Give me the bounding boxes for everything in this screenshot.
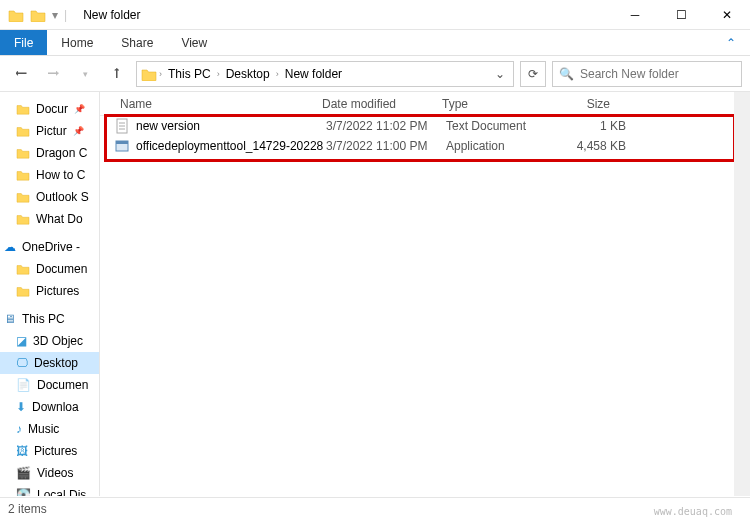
tab-home[interactable]: Home [47,30,107,55]
file-row[interactable]: officedeploymenttool_14729-20228 3/7/202… [100,136,750,156]
folder-icon [16,147,30,159]
file-grid[interactable]: new version 3/7/2022 11:02 PM Text Docum… [100,116,750,156]
file-date: 3/7/2022 11:02 PM [326,119,446,133]
folder-icon [30,8,46,22]
search-input[interactable]: 🔍 [552,61,742,87]
chevron-right-icon[interactable]: › [217,69,220,79]
nav-item[interactable]: What Do [0,208,99,230]
tab-share[interactable]: Share [107,30,167,55]
nav-item[interactable]: Docur📌 [0,98,99,120]
recent-dropdown[interactable]: ▾ [72,61,98,87]
forward-button[interactable]: 🠖 [40,61,66,87]
ribbon-expand-icon[interactable]: ⌃ [712,30,750,55]
nav-item[interactable]: Pictur📌 [0,120,99,142]
watermark: www.deuaq.com [654,506,732,517]
column-header-row: Name Date modified Type Size [100,92,750,116]
nav-item[interactable]: 📄Documen [0,374,99,396]
minimize-button[interactable]: ─ [612,0,658,30]
nav-item[interactable]: Dragon C [0,142,99,164]
column-type[interactable]: Type [436,97,546,111]
chevron-right-icon[interactable]: › [159,69,162,79]
up-button[interactable]: 🠕 [104,61,130,87]
nav-item[interactable]: ◪3D Objec [0,330,99,352]
file-size: 4,458 KB [556,139,626,153]
folder-icon [16,213,30,225]
refresh-button[interactable]: ⟳ [520,61,546,87]
back-button[interactable]: 🠔 [8,61,34,87]
nav-tree[interactable]: Docur📌 Pictur📌 Dragon C How to C Outlook… [0,92,100,496]
column-size[interactable]: Size [546,97,616,111]
folder-icon [16,191,30,203]
column-name[interactable]: Name [114,97,316,111]
cloud-icon: ☁ [4,240,16,254]
file-type: Text Document [446,119,556,133]
crumb-desktop[interactable]: Desktop [222,67,274,81]
chevron-right-icon[interactable]: › [276,69,279,79]
folder-icon [16,285,30,297]
svg-rect-5 [116,141,128,144]
nav-thispc[interactable]: 🖥This PC [0,308,99,330]
file-name: officedeploymenttool_14729-20228 [136,139,326,153]
drive-icon: 💽 [16,488,31,496]
nav-item[interactable]: ⬇Downloa [0,396,99,418]
file-type: Application [446,139,556,153]
videos-icon: 🎬 [16,466,31,480]
folder-icon [16,103,30,115]
pin-icon: 📌 [74,104,85,114]
qab-divider: ▾ [52,8,58,22]
file-date: 3/7/2022 11:00 PM [326,139,446,153]
column-date[interactable]: Date modified [316,97,436,111]
exe-file-icon [114,138,130,154]
status-text: 2 items [8,502,47,516]
address-bar[interactable]: › This PC › Desktop › New folder ⌄ [136,61,514,87]
folder-icon [16,169,30,181]
music-icon: ♪ [16,422,22,436]
folder-icon [16,125,30,137]
scrollbar[interactable] [734,92,750,496]
tab-view[interactable]: View [167,30,221,55]
nav-item-desktop[interactable]: 🖵Desktop [0,352,99,374]
downloads-icon: ⬇ [16,400,26,414]
window-title: New folder [75,8,140,22]
search-field[interactable] [580,67,735,81]
nav-item[interactable]: 🖼Pictures [0,440,99,462]
nav-item[interactable]: Documen [0,258,99,280]
documents-icon: 📄 [16,378,31,392]
nav-item[interactable]: Outlook S [0,186,99,208]
nav-item[interactable]: Pictures [0,280,99,302]
folder-icon [141,67,157,81]
folder-icon [16,263,30,275]
file-size: 1 KB [556,119,626,133]
objects-icon: ◪ [16,334,27,348]
maximize-button[interactable]: ☐ [658,0,704,30]
text-file-icon [114,118,130,134]
file-name: new version [136,119,326,133]
qab-divider: | [64,8,67,22]
crumb-thispc[interactable]: This PC [164,67,215,81]
pin-icon: 📌 [73,126,84,136]
crumb-newfolder[interactable]: New folder [281,67,346,81]
nav-item[interactable]: 🎬Videos [0,462,99,484]
close-button[interactable]: ✕ [704,0,750,30]
nav-item[interactable]: How to C [0,164,99,186]
nav-item[interactable]: ♪Music [0,418,99,440]
nav-onedrive[interactable]: ☁OneDrive - [0,236,99,258]
search-icon: 🔍 [559,67,574,81]
nav-item[interactable]: 💽Local Dis [0,484,99,496]
file-row[interactable]: new version 3/7/2022 11:02 PM Text Docum… [100,116,750,136]
address-dropdown-icon[interactable]: ⌄ [491,67,509,81]
pictures-icon: 🖼 [16,444,28,458]
desktop-icon: 🖵 [16,356,28,370]
folder-icon [8,8,24,22]
tab-file[interactable]: File [0,30,47,55]
pc-icon: 🖥 [4,312,16,326]
